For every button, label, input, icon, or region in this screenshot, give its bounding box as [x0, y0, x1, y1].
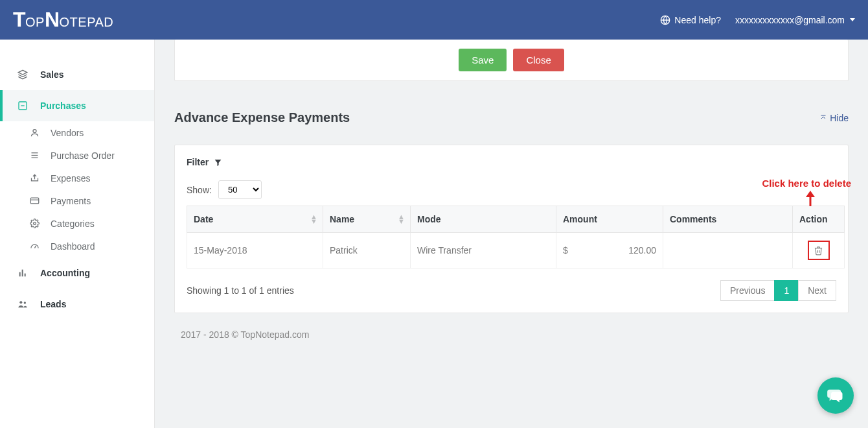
show-select[interactable]: 50 [218, 180, 262, 199]
sort-icon: ▲▼ [310, 215, 317, 224]
cell-comments [663, 233, 793, 268]
sidebar-item-label: Purchases [40, 101, 86, 111]
globe-icon [660, 15, 670, 25]
need-help-link[interactable]: Need help? [660, 15, 721, 25]
main-content: Save Close Advance Expense Payments Hide… [155, 40, 868, 428]
sidebar-item-label: Accounting [40, 268, 90, 278]
svg-point-16 [19, 301, 22, 303]
user-email: xxxxxxxxxxxxx@gmail.com [735, 15, 845, 25]
svg-line-12 [34, 246, 36, 248]
show-label: Show: [187, 185, 212, 195]
table-card: Filter Show: 50 Click here to delete [174, 145, 849, 313]
close-button[interactable]: Close [513, 49, 564, 71]
trash-icon [814, 246, 823, 256]
users-icon [17, 299, 29, 309]
cell-amount: $ 120.00 [556, 233, 663, 268]
share-icon [29, 173, 40, 183]
sidebar-sub-payments[interactable]: Payments [0, 189, 154, 212]
table-header-row: Date ▲▼ Name ▲▼ Mode Amount Comments Act… [187, 206, 845, 233]
save-button[interactable]: Save [459, 49, 507, 71]
col-mode[interactable]: Mode [411, 206, 556, 233]
col-comments[interactable]: Comments [663, 206, 793, 233]
list-icon [29, 150, 40, 160]
svg-point-17 [24, 302, 26, 303]
pager-page-1[interactable]: 1 [774, 280, 799, 301]
sidebar-sub-vendors[interactable]: Vendors [0, 121, 154, 144]
cell-mode: Wire Transfer [411, 233, 556, 268]
hide-link[interactable]: Hide [819, 113, 849, 123]
sidebar-item-accounting[interactable]: Accounting [0, 257, 154, 289]
sidebar-item-label: Leads [40, 299, 66, 309]
hide-label: Hide [830, 113, 849, 123]
user-menu[interactable]: xxxxxxxxxxxxx@gmail.com [735, 15, 855, 25]
top-header: TOPNOTEPAD Need help? xxxxxxxxxxxxx@gmai… [0, 0, 868, 40]
svg-marker-1 [18, 70, 27, 75]
sidebar-sub-purchase-order[interactable]: Purchase Order [0, 144, 154, 167]
svg-rect-13 [19, 272, 21, 277]
section-title: Advance Expense Payments [174, 110, 350, 125]
sidebar-item-purchases[interactable]: Purchases [0, 90, 154, 121]
cell-date: 15-May-2018 [187, 233, 323, 268]
svg-marker-21 [806, 191, 815, 197]
payments-table: Date ▲▼ Name ▲▼ Mode Amount Comments Act… [187, 206, 845, 268]
footer-copyright: 2017 - 2018 © TopNotepad.com [174, 313, 849, 346]
svg-marker-19 [215, 160, 222, 166]
gauge-icon [29, 241, 40, 251]
annotation-arrow-icon [804, 191, 817, 208]
sidebar-sub-expenses[interactable]: Expenses [0, 167, 154, 189]
pager-prev[interactable]: Previous [720, 280, 775, 301]
sidebar-sub-label: Categories [51, 219, 95, 229]
table-row: 15-May-2018 Patrick Wire Transfer $ 120.… [187, 233, 845, 268]
sidebar-item-leads[interactable]: Leads [0, 289, 154, 320]
pager-next[interactable]: Next [798, 280, 836, 301]
action-card: Save Close [174, 40, 849, 81]
gear-icon [29, 219, 40, 228]
credit-card-icon [29, 196, 40, 206]
minus-square-icon [17, 101, 29, 111]
sidebar-sub-label: Purchase Order [51, 150, 115, 161]
col-name[interactable]: Name ▲▼ [323, 206, 411, 233]
need-help-label: Need help? [674, 15, 721, 25]
filter-icon [214, 158, 222, 167]
sidebar: Sales Purchases Vendors Purchase Order E… [0, 40, 155, 428]
annotation-text: Click here to delete [762, 178, 851, 189]
filter-label: Filter [187, 157, 209, 167]
collapse-icon [819, 114, 827, 122]
svg-point-4 [33, 130, 36, 133]
section-header: Advance Expense Payments Hide [174, 110, 849, 125]
bar-chart-icon [17, 268, 29, 278]
pagination: Previous 1 Next [721, 280, 836, 301]
col-amount[interactable]: Amount [556, 206, 663, 233]
svg-point-11 [33, 222, 36, 225]
sidebar-item-sales[interactable]: Sales [0, 59, 154, 90]
sidebar-sub-label: Dashboard [51, 241, 95, 252]
sidebar-sub-categories[interactable]: Categories [0, 212, 154, 235]
entries-text: Showing 1 to 1 of 1 entries [187, 285, 294, 296]
brand-logo: TOPNOTEPAD [13, 8, 113, 32]
filter-toggle[interactable]: Filter [187, 157, 836, 167]
layers-icon [17, 69, 29, 80]
chat-icon [827, 386, 845, 405]
svg-rect-9 [30, 198, 39, 204]
col-action: Action [793, 206, 845, 233]
sort-icon: ▲▼ [398, 215, 405, 224]
cell-name: Patrick [323, 233, 411, 268]
svg-rect-14 [22, 270, 23, 277]
delete-row-button[interactable] [808, 241, 830, 260]
sidebar-sub-label: Payments [51, 196, 91, 206]
chevron-down-icon [850, 18, 855, 21]
sidebar-item-label: Sales [40, 69, 64, 80]
col-date[interactable]: Date ▲▼ [187, 206, 323, 233]
sidebar-sub-label: Expenses [51, 173, 90, 184]
sidebar-sub-dashboard[interactable]: Dashboard [0, 235, 154, 257]
cell-action [793, 233, 845, 268]
user-icon [29, 128, 40, 137]
svg-rect-15 [25, 274, 26, 277]
sidebar-sub-label: Vendors [51, 128, 84, 138]
chat-widget-button[interactable] [817, 377, 854, 414]
